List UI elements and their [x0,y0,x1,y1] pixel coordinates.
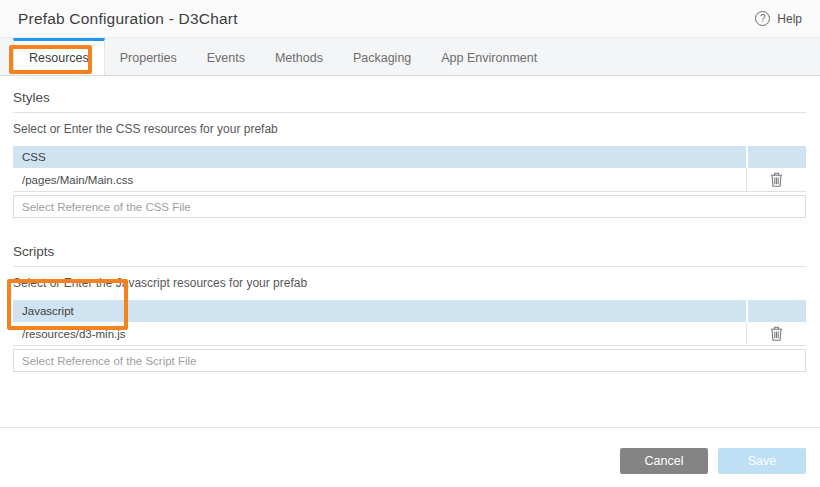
styles-section-caption: Select or Enter the CSS resources for yo… [13,122,806,136]
prefab-configuration-dialog: Prefab Configuration - D3Chart ? Help Re… [0,0,820,487]
help-label: Help [777,12,802,26]
styles-section-heading: Styles [13,90,806,113]
tab-events[interactable]: Events [192,38,260,75]
css-delete-button[interactable] [746,168,806,191]
css-reference-input[interactable] [13,195,806,218]
tab-app-environment[interactable]: App Environment [426,38,552,75]
dialog-footer: Cancel Save [0,427,820,474]
save-button[interactable]: Save [718,448,806,474]
script-resource-path: /resources/d3-min.js [13,322,746,345]
tab-packaging[interactable]: Packaging [338,38,426,75]
script-delete-button[interactable] [746,322,806,345]
css-resource-row: /pages/Main/Main.css [13,168,806,192]
cancel-button[interactable]: Cancel [620,448,708,474]
css-table-header-row: CSS [13,146,806,168]
tab-bar: Resources Properties Events Methods Pack… [0,38,820,76]
help-icon: ? [755,11,770,26]
trash-icon [770,172,783,187]
help-button[interactable]: ? Help [755,11,802,26]
title-bar: Prefab Configuration - D3Chart ? Help [0,0,820,38]
page-title: Prefab Configuration - D3Chart [18,10,238,28]
script-table-header-row: Javascript [13,300,806,322]
resources-tab-content: Styles Select or Enter the CSS resources… [0,76,820,372]
css-resources-table: CSS /pages/Main/Main.css [13,146,806,218]
script-reference-input[interactable] [13,349,806,372]
tab-resources[interactable]: Resources [13,38,105,75]
css-resource-path: /pages/Main/Main.css [13,168,746,191]
css-action-column-header [746,146,806,168]
css-column-header: CSS [13,146,746,168]
script-action-column-header [746,300,806,322]
tab-methods[interactable]: Methods [260,38,338,75]
script-resources-table: Javascript /resources/d3-min.js [13,300,806,372]
script-resource-row: /resources/d3-min.js [13,322,806,346]
javascript-column-header: Javascript [13,300,746,322]
trash-icon [770,326,783,341]
scripts-section-heading: Scripts [13,244,806,267]
script-add-row [13,349,806,372]
tab-properties[interactable]: Properties [105,38,192,75]
css-add-row [13,195,806,218]
scripts-section-caption: Select or Enter the Javascript resources… [13,276,806,290]
